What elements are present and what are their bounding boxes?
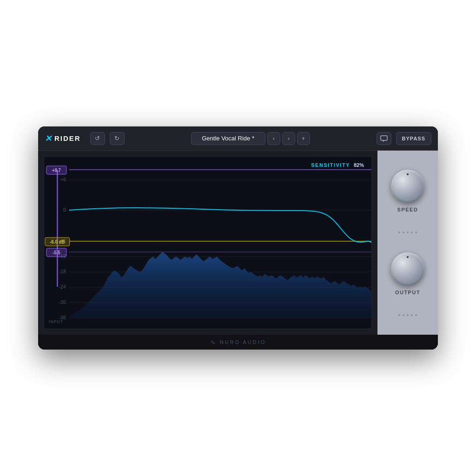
output-knob-label: OUTPUT — [395, 290, 420, 295]
speed-knob[interactable] — [391, 170, 424, 203]
dot — [415, 231, 417, 233]
output-knob-indicator — [407, 256, 409, 258]
dot — [411, 231, 413, 233]
bypass-button[interactable]: BYPASS — [396, 132, 431, 145]
svg-marker-20 — [69, 252, 371, 318]
display-panel: SENSITIVITY 82% — [38, 151, 377, 335]
sensitivity-text: SENSITIVITY — [311, 162, 350, 168]
inner-display: SENSITIVITY 82% — [44, 156, 372, 329]
svg-text:-5.5: -5.5 — [53, 250, 60, 255]
waveform-display: +6 0 -6 -12 -18 -24 -30 -36 — [44, 157, 371, 329]
sensitivity-label: SENSITIVITY 82% — [311, 162, 364, 168]
preset-area: Gentle Vocal Ride * ‹ › + — [191, 132, 310, 145]
knobs-panel: SPEED OUTPUT — [377, 151, 438, 335]
svg-text:INPUT: INPUT — [49, 319, 63, 324]
dot — [403, 314, 404, 316]
brand-logo: ∿ NURO AUDIO — [210, 338, 266, 346]
svg-text:-24: -24 — [59, 284, 66, 290]
svg-text:-18: -18 — [59, 269, 66, 274]
logo-x-icon: ✕ — [45, 133, 52, 144]
speed-knob-section: SPEED — [391, 170, 424, 212]
sensitivity-value: 82% — [354, 162, 364, 168]
dots-decoration-1 — [398, 231, 417, 233]
dot — [411, 314, 413, 316]
output-knob-section: OUTPUT — [391, 252, 424, 295]
dot — [403, 231, 404, 233]
main-body: SENSITIVITY 82% — [38, 151, 438, 335]
svg-rect-0 — [381, 136, 387, 140]
output-knob[interactable] — [391, 252, 424, 286]
svg-text:+8.7: +8.7 — [52, 168, 61, 173]
comment-button[interactable] — [377, 132, 391, 145]
brand-name: NURO AUDIO — [220, 339, 266, 345]
dot — [407, 231, 409, 233]
svg-text:0: 0 — [63, 207, 66, 212]
logo-rider-text: RIDER — [54, 134, 81, 142]
speed-knob-indicator — [407, 173, 409, 175]
preset-prev-button[interactable]: ‹ — [267, 132, 280, 145]
preset-add-button[interactable]: + — [297, 132, 310, 145]
logo-area: ✕ RIDER — [45, 133, 81, 144]
dot — [398, 231, 400, 233]
svg-text:-30: -30 — [59, 299, 66, 305]
preset-next-button[interactable]: › — [282, 132, 295, 145]
preset-name-display[interactable]: Gentle Vocal Ride * — [191, 132, 265, 145]
footer: ∿ NURO AUDIO — [38, 335, 438, 350]
speed-knob-label: SPEED — [397, 207, 418, 212]
dot — [415, 314, 417, 316]
header-bar: ✕ RIDER ↺ ↻ Gentle Vocal Ride * ‹ › + BY… — [38, 126, 438, 151]
redo-button[interactable]: ↻ — [110, 132, 125, 145]
wave-icon: ∿ — [210, 338, 217, 346]
dot — [398, 314, 400, 316]
plugin-window: ✕ RIDER ↺ ↻ Gentle Vocal Ride * ‹ › + BY… — [38, 126, 438, 350]
undo-button[interactable]: ↺ — [90, 132, 105, 145]
dots-decoration-2 — [398, 314, 417, 316]
svg-text:-6.0 dB: -6.0 dB — [50, 239, 65, 245]
svg-text:+6: +6 — [60, 177, 66, 182]
dot — [407, 314, 409, 316]
